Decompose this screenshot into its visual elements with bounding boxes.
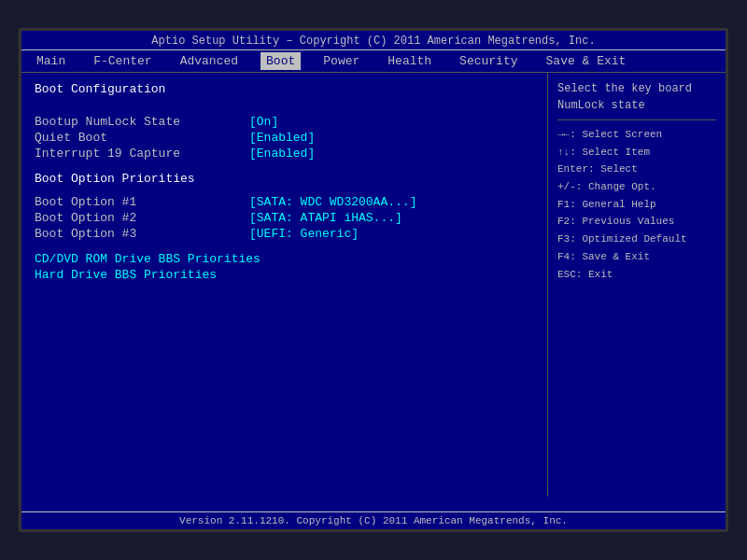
- key-change: +/-: Change Opt.: [557, 178, 716, 196]
- title-bar: Aptio Setup Utility – Copyright (C) 2011…: [21, 31, 726, 50]
- menu-health[interactable]: Health: [382, 52, 437, 70]
- config-row-boot2[interactable]: Boot Option #2 [SATA: ATAPI iHAS...]: [35, 211, 534, 225]
- key-help: →←: Select Screen ↑↓: Select Item Enter:…: [557, 126, 716, 283]
- menu-main[interactable]: Main: [31, 52, 71, 70]
- config-row-boot1[interactable]: Boot Option #1 [SATA: WDC WD3200AA...]: [35, 195, 534, 209]
- menu-power[interactable]: Power: [317, 52, 365, 70]
- footer-text: Version 2.11.1210. Copyright (C) 2011 Am…: [179, 515, 568, 526]
- menu-save-exit[interactable]: Save & Exit: [541, 52, 632, 70]
- label-boot2: Boot Option #2: [35, 211, 249, 225]
- menu-fcenter[interactable]: F-Center: [88, 52, 157, 70]
- bios-screen: Aptio Setup Utility – Copyright (C) 2011…: [19, 28, 728, 532]
- config-row-boot3[interactable]: Boot Option #3 [UEFI: Generic]: [35, 227, 534, 241]
- divider: [557, 119, 716, 120]
- key-f2: F2: Previous Values: [557, 213, 716, 231]
- label-interrupt: Interrupt 19 Capture: [35, 147, 249, 161]
- value-quiet: [Enabled]: [249, 131, 315, 145]
- value-boot2: [SATA: ATAPI iHAS...]: [249, 211, 402, 225]
- key-enter: Enter: Select: [557, 161, 716, 178]
- priorities-title: Boot Option Priorities: [35, 172, 534, 186]
- section-title: Boot Configuration: [35, 82, 534, 96]
- footer: Version 2.11.1210. Copyright (C) 2011 Am…: [21, 511, 726, 529]
- menu-boot[interactable]: Boot: [261, 52, 301, 70]
- menu-security[interactable]: Security: [454, 52, 523, 70]
- menu-advanced[interactable]: Advanced: [175, 52, 244, 70]
- link-cddvd[interactable]: CD/DVD ROM Drive BBS Priorities: [35, 252, 534, 266]
- config-row-quiet[interactable]: Quiet Boot [Enabled]: [35, 131, 534, 145]
- config-row-interrupt[interactable]: Interrupt 19 Capture [Enabled]: [35, 147, 534, 161]
- value-boot3: [UEFI: Generic]: [249, 227, 359, 241]
- help-text: Select the key board NumLock state: [557, 80, 716, 114]
- label-quiet: Quiet Boot: [35, 131, 249, 145]
- menu-bar: Main F-Center Advanced Boot Power Health…: [21, 50, 726, 73]
- value-boot1: [SATA: WDC WD3200AA...]: [249, 195, 416, 209]
- label-boot1: Boot Option #1: [35, 195, 249, 209]
- value-interrupt: [Enabled]: [249, 147, 315, 161]
- key-f4: F4: Save & Exit: [557, 248, 716, 266]
- label-numlock: Bootup NumLock State: [35, 115, 249, 129]
- label-boot3: Boot Option #3: [35, 227, 249, 241]
- side-panel: Select the key board NumLock state →←: S…: [548, 73, 726, 497]
- value-numlock: [On]: [249, 115, 278, 129]
- key-f3: F3: Optimized Default: [557, 231, 716, 248]
- title-text: Aptio Setup Utility – Copyright (C) 2011…: [151, 35, 595, 48]
- key-select-item: ↑↓: Select Item: [557, 144, 716, 161]
- key-f1: F1: General Help: [557, 196, 716, 214]
- main-panel: Boot Configuration Bootup NumLock State …: [21, 73, 548, 497]
- key-select-screen: →←: Select Screen: [557, 126, 716, 144]
- link-hdd[interactable]: Hard Drive BBS Priorities: [35, 268, 534, 282]
- key-esc: ESC: Exit: [557, 266, 716, 284]
- content-area: Boot Configuration Bootup NumLock State …: [21, 73, 726, 497]
- config-row-numlock[interactable]: Bootup NumLock State [On]: [35, 115, 534, 129]
